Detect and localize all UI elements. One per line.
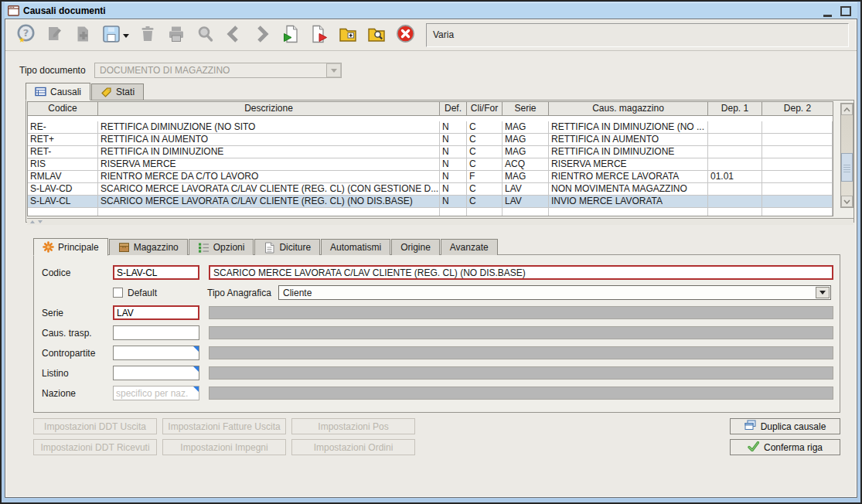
column-header-def[interactable]: Def.	[440, 102, 467, 115]
tag-icon	[101, 87, 112, 98]
search-button[interactable]	[194, 24, 216, 46]
maximize-button[interactable]	[840, 6, 851, 16]
listino-input[interactable]	[113, 366, 199, 380]
scroll-up-button[interactable]	[841, 104, 853, 115]
cell-dep1	[708, 121, 762, 134]
table-row[interactable]: RE+RETTIFICA AUMENTO (NO SITONCMAGRETTIF…	[28, 116, 833, 121]
column-header-caus-magazzino[interactable]: Caus. magazzino	[549, 102, 708, 115]
row-up-icon[interactable]	[30, 218, 35, 223]
causali-table: CodiceDescrizioneDef.Cli/ForSerieCaus. m…	[27, 101, 833, 216]
cell-clifor: C	[467, 158, 503, 171]
column-header-codice[interactable]: Codice	[28, 102, 98, 115]
delete-button[interactable]	[137, 24, 158, 46]
detail-panel: Codice SCARICO MERCE LAVORATA C/LAV CLIE…	[33, 254, 840, 413]
contropartite-input[interactable]	[113, 346, 199, 360]
column-header-dep-1[interactable]: Dep. 1	[708, 102, 762, 115]
duplicate-icon	[744, 420, 756, 433]
serie-description-field	[209, 306, 833, 319]
back-button[interactable]	[223, 24, 244, 46]
cell-def: N	[440, 121, 467, 134]
new-folder-icon	[338, 24, 358, 46]
tipo-documento-select[interactable]: DOCUMENTO DI MAGAZZINO	[94, 63, 342, 78]
forward-button[interactable]	[251, 24, 273, 46]
tab-opzioni[interactable]: Opzioni	[189, 239, 254, 255]
table-row[interactable]	[28, 208, 833, 216]
tab-principale[interactable]: Principale	[33, 238, 108, 256]
tab-automatismi[interactable]: Automatismi	[321, 239, 390, 255]
table-row[interactable]: RISRISERVA MERCENCACQRISERVA MERCE	[28, 158, 833, 171]
tab-avanzate[interactable]: Avanzate	[441, 239, 498, 255]
table-row[interactable]: RE-RETTIFICA DIMINUZIONE (NO SITONCMAGRE…	[28, 121, 833, 134]
cell-descrizione: RETTIFICA IN DIMINUZIONE	[98, 146, 440, 158]
export-pdf-icon	[309, 24, 329, 46]
table-row[interactable]: RET+RETTIFICA IN AUMENTONCMAGRETTIFICA I…	[28, 134, 833, 146]
column-header-dep-2[interactable]: Dep. 2	[762, 102, 833, 115]
cell-dep2	[762, 183, 833, 196]
impostazioni-pos-button: Impostazioni Pos	[291, 418, 415, 434]
table-row[interactable]: S-LAV-CDSCARICO MERCE LAVORATA C/LAV CLI…	[28, 183, 833, 196]
tab-magazzino[interactable]: Magazzino	[109, 239, 188, 255]
scrollbar-track[interactable]	[841, 115, 853, 196]
tab-stati[interactable]: Stati	[91, 83, 144, 100]
cell-caus_magazzino	[549, 208, 708, 216]
cell-serie: LAV	[503, 183, 549, 196]
edit-button[interactable]	[43, 24, 65, 46]
tab-causali[interactable]: Causali	[26, 83, 90, 100]
tipo-anagrafica-dropdown-button[interactable]	[816, 287, 830, 298]
row-down-icon[interactable]	[38, 220, 43, 226]
minimize-button[interactable]	[823, 15, 832, 17]
options-icon	[198, 242, 210, 254]
cell-serie: ACQ	[503, 158, 549, 171]
listino-label: Listino	[42, 368, 113, 379]
print-button[interactable]	[165, 24, 187, 46]
table-row[interactable]: RET-RETTIFICA IN DIMINUZIONENCMAGRETTIFI…	[28, 146, 833, 158]
cell-dep2	[762, 146, 833, 158]
cell-codice	[28, 208, 98, 216]
main-tabs: CausaliStati	[26, 82, 857, 100]
cell-def	[440, 208, 467, 216]
help-button[interactable]: ?★	[15, 24, 36, 46]
svg-text:★: ★	[19, 36, 26, 44]
serie-input[interactable]	[113, 305, 199, 320]
table-row[interactable]: RMLAVRIENTRO MERCE DA C/TO LAVORONFMAGRI…	[28, 171, 833, 183]
impostazioni-ordini-button: Impostazioni Ordini	[291, 439, 415, 455]
conferma-riga-button[interactable]: Conferma riga	[730, 439, 840, 455]
caus-trasp-input[interactable]	[113, 325, 199, 340]
doc-icon	[264, 242, 275, 254]
save-dropdown-icon[interactable]	[123, 34, 129, 41]
duplica-causale-button[interactable]: Duplica causale	[730, 418, 840, 434]
default-checkbox[interactable]	[113, 288, 123, 298]
descrizione-field[interactable]: SCARICO MERCE LAVORATA C/LAV CLIENTE (RE…	[209, 265, 833, 280]
cell-codice: RMLAV	[28, 171, 98, 183]
codice-input[interactable]	[113, 265, 199, 280]
default-label: Default	[128, 288, 157, 298]
tipo-documento-dropdown-button[interactable]	[326, 63, 341, 77]
row-navigator	[27, 218, 853, 225]
vertical-scrollbar[interactable]	[840, 103, 853, 208]
table-header: CodiceDescrizioneDef.Cli/ForSerieCaus. m…	[28, 102, 833, 116]
cell-descrizione: SCARICO MERCE LAVORATA C/LAV CLIENTE (RE…	[98, 196, 440, 208]
codice-label: Codice	[42, 267, 113, 278]
search-folder-button[interactable]	[366, 24, 387, 46]
column-header-descrizione[interactable]: Descrizione	[98, 102, 440, 115]
column-header-serie[interactable]: Serie	[503, 102, 549, 115]
table-row[interactable]: S-LAV-CLSCARICO MERCE LAVORATA C/LAV CLI…	[28, 196, 833, 208]
scroll-down-button[interactable]	[841, 196, 853, 207]
save-button[interactable]	[101, 24, 130, 46]
tab-diciture[interactable]: Diciture	[254, 239, 320, 255]
box-icon	[118, 242, 130, 254]
nazione-input[interactable]	[113, 386, 199, 400]
scrollbar-thumb[interactable]	[841, 153, 853, 182]
new-button[interactable]	[72, 24, 94, 46]
export-button[interactable]	[280, 24, 302, 46]
cell-dep1	[708, 158, 762, 171]
cell-def: N	[440, 171, 467, 183]
cell-descrizione: RETTIFICA DIMINUZIONE (NO SITO	[98, 121, 440, 134]
tab-origine[interactable]: Origine	[391, 239, 440, 255]
new-folder-button[interactable]	[337, 24, 359, 46]
cell-serie: MAG	[503, 146, 549, 158]
tipo-anagrafica-select[interactable]: Cliente	[278, 285, 831, 300]
column-header-cli-for[interactable]: Cli/For	[467, 102, 503, 115]
close-button[interactable]	[394, 24, 416, 46]
export-pdf-button[interactable]	[308, 24, 330, 46]
